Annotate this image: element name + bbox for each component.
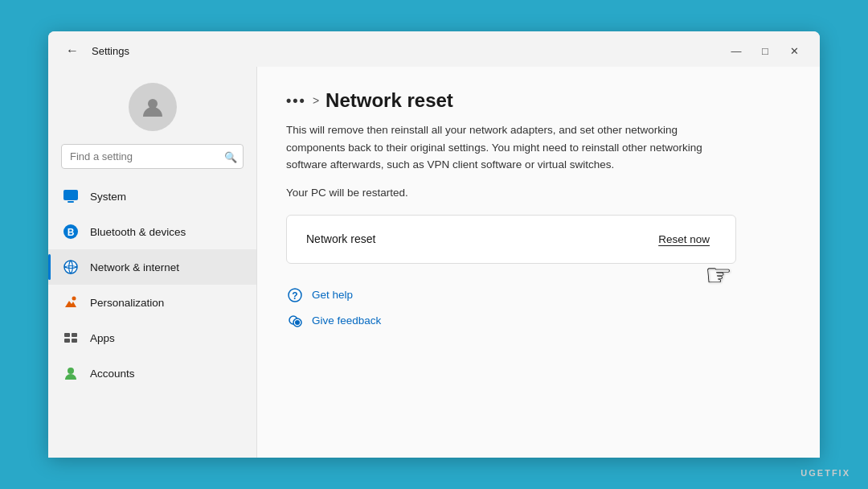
sidebar-item-accounts[interactable]: Accounts [48,355,256,391]
sidebar-item-bluetooth-label: Bluetooth & devices [90,226,186,238]
accounts-icon [61,364,80,383]
close-button[interactable]: ✕ [781,39,807,62]
bluetooth-icon: B [61,222,80,241]
give-feedback-label: Give feedback [312,314,381,327]
svg-rect-10 [72,339,77,343]
restart-notice: Your PC will be restarted. [286,187,791,199]
svg-rect-8 [72,333,77,337]
sidebar: 🔍 System B Blue [48,67,257,458]
give-feedback-icon [286,312,304,330]
personalization-icon [61,293,80,312]
sidebar-item-apps[interactable]: Apps [48,320,256,355]
minimize-button[interactable]: — [723,39,749,62]
sidebar-item-apps-label: Apps [90,332,115,344]
reset-card: Network reset Reset now ☞ [286,215,736,264]
content-area: 🔍 System B Blue [48,67,820,458]
network-icon [61,257,80,277]
breadcrumb: ••• > Network reset [286,89,791,112]
search-box[interactable]: 🔍 [61,144,244,169]
svg-rect-1 [63,190,78,200]
get-help-icon: ? [286,286,304,304]
back-button[interactable]: ← [61,42,84,60]
search-input[interactable] [61,144,244,169]
sidebar-item-system-label: System [90,191,126,203]
maximize-button[interactable]: □ [752,39,778,62]
reset-card-label: Network reset [306,232,375,245]
system-icon [61,187,80,206]
svg-rect-9 [64,339,70,343]
help-links: ? Get help Give feedback [286,286,791,330]
page-title: Network reset [326,89,453,112]
reset-now-button[interactable]: Reset now [652,230,716,249]
svg-text:?: ? [292,290,297,302]
main-content: ••• > Network reset This will remove the… [257,67,820,458]
window-title: Settings [92,45,129,57]
svg-text:B: B [68,227,75,238]
watermark: UGETFIX [800,468,850,478]
reset-btn-container: Reset now ☞ [652,230,716,249]
sidebar-item-network-label: Network & internet [90,261,179,273]
sidebar-item-network[interactable]: Network & internet [48,249,256,285]
svg-point-5 [64,261,77,273]
give-feedback-link[interactable]: Give feedback [286,312,791,330]
settings-window: ← Settings — □ ✕ 🔍 [48,31,820,458]
svg-point-11 [68,368,74,374]
sidebar-item-system[interactable]: System [48,179,256,214]
sidebar-item-bluetooth[interactable]: B Bluetooth & devices [48,214,256,249]
breadcrumb-dots: ••• [286,92,306,109]
svg-rect-2 [68,201,74,203]
svg-rect-7 [64,333,70,337]
svg-point-6 [72,297,76,301]
sidebar-item-personalization-label: Personalization [90,297,164,309]
sidebar-item-personalization[interactable]: Personalization [48,285,256,320]
sidebar-item-accounts-label: Accounts [90,368,135,380]
get-help-link[interactable]: ? Get help [286,286,791,304]
svg-point-16 [295,320,300,325]
title-bar: ← Settings — □ ✕ [48,31,820,67]
apps-icon [61,328,80,347]
window-controls: — □ ✕ [723,39,807,62]
title-bar-left: ← Settings [61,42,129,60]
user-avatar-section [48,76,256,144]
search-icon: 🔍 [224,150,237,162]
breadcrumb-separator: > [313,94,319,107]
avatar [129,83,177,131]
get-help-label: Get help [312,289,353,301]
description-text: This will remove then reinstall all your… [286,121,736,174]
